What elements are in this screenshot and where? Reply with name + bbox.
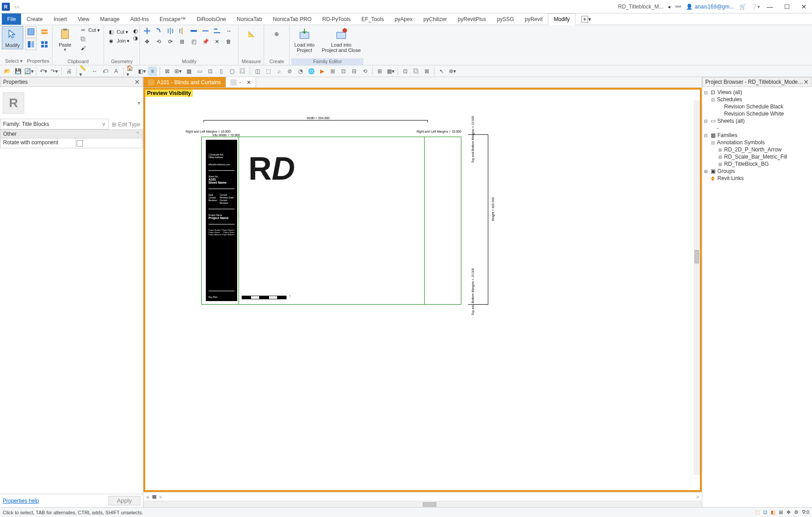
q-21[interactable]: ⊕▾: [448, 67, 457, 76]
tree-fam1[interactable]: ⊞RD_2D_P_North_Arrow: [717, 146, 811, 153]
move-icon[interactable]: ✥: [142, 37, 152, 47]
status-icon-1[interactable]: ⬚: [755, 509, 760, 515]
undo-icon[interactable]: ↶▾: [39, 67, 48, 76]
tree-views[interactable]: ⊟⊡Views (all): [703, 89, 811, 96]
redo-icon[interactable]: ↷▾: [50, 67, 59, 76]
type-prop-icon[interactable]: [25, 26, 37, 38]
cope-button[interactable]: ◧Cut ▾: [106, 28, 131, 36]
tree-groups[interactable]: ⊞▣Groups: [703, 168, 811, 175]
ribbon-play-icon[interactable]: ▾: [576, 13, 596, 25]
ribbon-tab-pyrevit[interactable]: pyRevit: [519, 13, 548, 25]
ribbon-tab-file[interactable]: File: [2, 13, 21, 25]
status-icon-5[interactable]: ✥: [786, 509, 790, 515]
drawing-canvas[interactable]: Preview Visibility Width = 594.000 Right…: [143, 88, 702, 492]
measure-button[interactable]: 📐: [240, 26, 262, 42]
cut-button[interactable]: ✂Cut ▾: [78, 26, 102, 34]
print-icon[interactable]: 🖨: [65, 67, 74, 76]
type-dropdown-icon[interactable]: ▾: [138, 100, 140, 106]
ribbon-tab-manage[interactable]: Manage: [95, 13, 125, 25]
view-tab-second[interactable]: - ✕: [226, 77, 256, 87]
sync-icon[interactable]: 🔄▾: [24, 67, 33, 76]
ribbon-tab-enscape[interactable]: Enscape™: [154, 13, 191, 25]
ribbon-tab-pyrevitplus[interactable]: pyRevitPlus: [452, 13, 491, 25]
cart-icon[interactable]: 🛒: [738, 3, 747, 11]
ribbon-tab-insert[interactable]: Insert: [48, 13, 72, 25]
modify-tool-button[interactable]: Modify: [2, 26, 23, 49]
prop-tool-icon[interactable]: [25, 39, 37, 50]
array-icon[interactable]: ⊞: [177, 37, 187, 47]
rotate-checkbox[interactable]: [77, 140, 83, 146]
text-icon[interactable]: A: [112, 67, 121, 76]
vertical-scrollbar[interactable]: [694, 100, 700, 475]
scale-icon[interactable]: ◰: [188, 37, 199, 47]
user-account[interactable]: 👤 anais169@gm...: [686, 4, 734, 10]
close-window-button[interactable]: ✕: [798, 2, 810, 11]
rotate-icon[interactable]: ⟲: [153, 37, 164, 47]
q-14[interactable]: ⟲: [360, 67, 369, 76]
q-4[interactable]: ◫: [253, 67, 262, 76]
delete-icon[interactable]: 🗑: [223, 37, 234, 47]
pin-icon[interactable]: 📌: [200, 37, 211, 47]
minimize-button[interactable]: —: [764, 2, 776, 11]
q-3[interactable]: ⿴: [238, 67, 247, 76]
detail-level-icon[interactable]: ▦: [152, 494, 156, 500]
apply-button[interactable]: Apply: [109, 496, 140, 505]
paste-button[interactable]: Paste ▼: [54, 26, 76, 53]
tile-icon[interactable]: ▦: [184, 67, 193, 76]
section-icon[interactable]: ◧▾: [137, 67, 146, 76]
q-13[interactable]: ⊟: [350, 67, 359, 76]
select-dropdown[interactable]: Select ▾: [2, 58, 26, 64]
edit-type-button[interactable]: ⊞ Edit Type: [109, 119, 143, 129]
ribbon-tab-addins[interactable]: Add-Ins: [125, 13, 154, 25]
q-6[interactable]: ⌕: [274, 67, 283, 76]
ribbon-tab-create[interactable]: Create: [21, 13, 48, 25]
dim-qat-icon[interactable]: ↔: [90, 67, 99, 76]
ribbon-tab-nonicatab[interactable]: NonicaTab: [231, 13, 268, 25]
ribbon-tab-dirootsone[interactable]: DiRootsOne: [191, 13, 231, 25]
tree-families[interactable]: ⊟▦Families: [703, 132, 811, 139]
load-close-button[interactable]: Load intoProject and Close: [319, 26, 364, 54]
create-button[interactable]: ⊕: [266, 26, 287, 42]
q-9[interactable]: 🌐: [307, 67, 316, 76]
tree-sheet-dash[interactable]: -: [710, 125, 811, 132]
q-17[interactable]: ⊡: [401, 67, 410, 76]
mirror-pick-icon[interactable]: [165, 26, 176, 36]
q-15[interactable]: ⊞: [375, 67, 384, 76]
q-1[interactable]: ▯: [217, 67, 226, 76]
document-icon[interactable]: ▭: [13, 3, 21, 11]
tree-rev-black[interactable]: Revision Schedule Black: [717, 103, 811, 110]
tree-rev-white[interactable]: Revision Schedule White: [717, 110, 811, 117]
q-18[interactable]: ⿻: [412, 67, 421, 76]
open-icon[interactable]: 📂: [3, 67, 12, 76]
geom-tool-2-icon[interactable]: ◑: [133, 35, 138, 41]
tag-icon[interactable]: 🏷: [101, 67, 110, 76]
load-into-project-button[interactable]: Load intoProject: [291, 26, 317, 54]
horizontal-scrollbar[interactable]: [143, 501, 702, 507]
split-icon[interactable]: [188, 26, 199, 36]
help-icon[interactable]: ❔▾: [751, 3, 759, 11]
tree-fam3[interactable]: ⊞RD_TitleBlock_BG: [717, 160, 811, 168]
view-tab-active[interactable]: A101 - Blinds and Curtains: [143, 77, 226, 87]
nav-left-icon[interactable]: ◂: [668, 4, 670, 10]
trim-icon[interactable]: [200, 26, 211, 36]
mirror-draw-icon[interactable]: [177, 26, 187, 36]
ribbon-tab-pyapex[interactable]: pyApex: [389, 13, 418, 25]
q-7[interactable]: ⊘: [285, 67, 294, 76]
status-icon-3[interactable]: ◧: [771, 509, 775, 515]
ribbon-tab-nonicatabpro[interactable]: NonicaTab PRO: [268, 13, 317, 25]
properties-help-link[interactable]: Properties help: [3, 498, 39, 504]
prop-section-other[interactable]: Other ⌃: [0, 129, 143, 138]
filter-prop-icon[interactable]: [39, 26, 50, 38]
ui-icon[interactable]: ⊡: [206, 67, 215, 76]
scale-control[interactable]: ⟐: [146, 494, 149, 500]
q-20[interactable]: ↖: [437, 67, 446, 76]
thinlines-icon[interactable]: ≡: [148, 67, 157, 76]
align-icon[interactable]: [142, 26, 152, 36]
q-5[interactable]: ⬚: [264, 67, 273, 76]
ribbon-tab-modify[interactable]: Modify: [548, 13, 575, 25]
q-8[interactable]: ◔: [296, 67, 305, 76]
dim-icon[interactable]: ↔: [223, 26, 234, 36]
extend-icon[interactable]: [212, 26, 222, 36]
q-16[interactable]: ▦▾: [386, 67, 395, 76]
join-button[interactable]: ◉Join ▾: [106, 37, 131, 45]
